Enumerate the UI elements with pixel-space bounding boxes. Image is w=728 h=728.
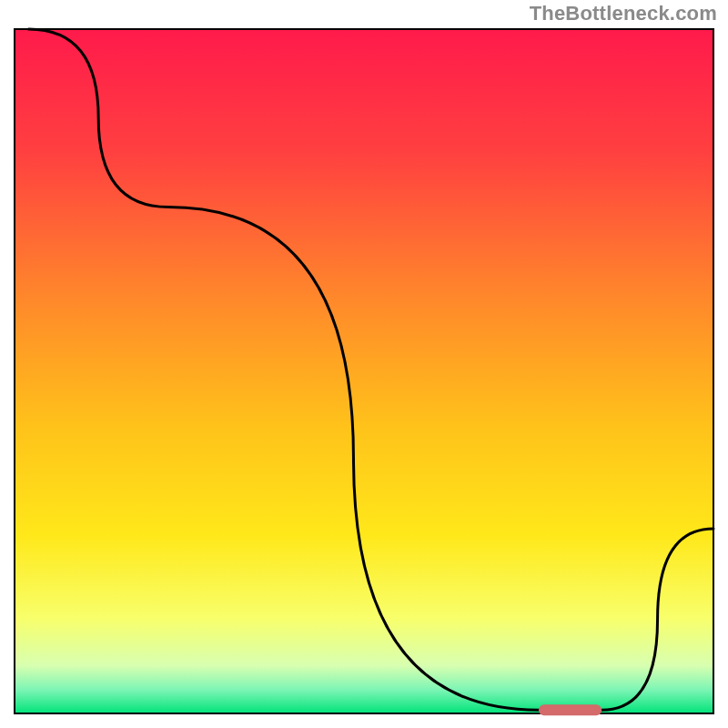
- optimum-marker: [539, 704, 602, 715]
- bottleneck-chart: [0, 0, 728, 728]
- chart-container: TheBottleneck.com: [0, 0, 728, 728]
- plot-area: [15, 29, 713, 713]
